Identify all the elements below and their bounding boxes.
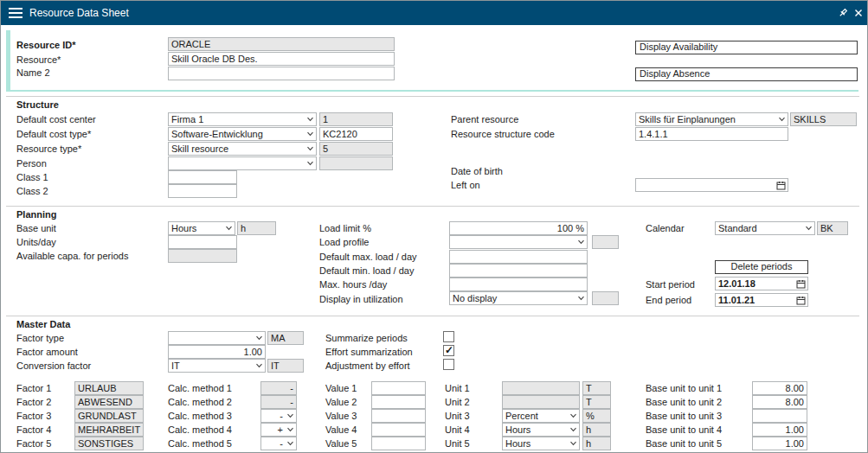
available-capa-field xyxy=(168,249,237,263)
default-cost-type-code[interactable]: KC2120 xyxy=(319,127,393,141)
unit4-code: h xyxy=(582,423,611,437)
unit1-label: Unit 1 xyxy=(445,382,470,394)
adjustment-by-effort-checkbox[interactable] xyxy=(443,359,454,370)
factor4-label: Factor 4 xyxy=(16,424,51,436)
name2-field[interactable] xyxy=(168,67,395,80)
factor2-label: Factor 2 xyxy=(16,396,51,408)
unit5-select[interactable]: Hours xyxy=(502,437,580,450)
name2-label: Name 2 xyxy=(16,67,50,79)
class2-field[interactable] xyxy=(168,184,237,198)
factor1-name-field: URLAUB xyxy=(74,381,144,395)
load-limit-field[interactable]: 100 % xyxy=(449,221,588,235)
default-cost-type-select[interactable]: Software-Entwicklung xyxy=(168,127,317,141)
start-period-value: 12.01.18 xyxy=(718,278,755,289)
base-unit4-label: Base unit to unit 4 xyxy=(646,424,722,436)
max-hours-field[interactable] xyxy=(449,278,588,291)
display-availability-button[interactable]: Display Availability xyxy=(635,41,858,54)
calendar-icon[interactable] xyxy=(796,279,806,289)
value5-field[interactable] xyxy=(371,437,426,450)
conversion-factor-label: Conversion factor xyxy=(16,360,91,372)
value2-label: Value 2 xyxy=(325,396,357,408)
pin-icon[interactable] xyxy=(838,8,848,18)
base-unit3-field[interactable] xyxy=(752,409,807,423)
base-unit5-field[interactable]: 1.00 xyxy=(752,437,807,450)
default-max-load-field[interactable] xyxy=(449,250,588,264)
chevron-down-icon xyxy=(306,161,314,166)
master-data-divider xyxy=(6,316,859,316)
person-select[interactable] xyxy=(168,156,317,170)
summarize-periods-checkbox[interactable] xyxy=(443,331,454,342)
class2-label: Class 2 xyxy=(16,185,48,197)
calendar-value: Standard xyxy=(718,223,757,233)
base-unit2-label: Base unit to unit 2 xyxy=(646,396,722,408)
unit5-code: h xyxy=(582,437,611,450)
value4-label: Value 4 xyxy=(325,424,357,436)
resource-type-select[interactable]: Skill resource xyxy=(168,142,317,156)
factor-amount-field[interactable]: 1.00 xyxy=(168,345,266,359)
delete-periods-button[interactable]: Delete periods xyxy=(715,260,808,274)
base-unit-label: Base unit xyxy=(16,222,56,234)
value4-field[interactable] xyxy=(371,423,426,437)
value1-field[interactable] xyxy=(371,381,426,395)
base-unit2-field[interactable]: 8.00 xyxy=(752,395,807,409)
person-code xyxy=(319,156,393,170)
start-period-field[interactable]: 12.01.18 xyxy=(715,277,808,290)
calendar-icon[interactable] xyxy=(796,296,806,305)
unit1-field xyxy=(502,381,580,395)
resource-type-value: Skill resource xyxy=(171,144,228,154)
factor-type-label: Factor type xyxy=(16,332,64,344)
resource-structure-code-field[interactable]: 1.4.1.1 xyxy=(635,127,788,141)
base-unit-select[interactable]: Hours xyxy=(168,221,235,235)
chevron-down-icon xyxy=(286,427,294,432)
base-unit4-field[interactable]: 1.00 xyxy=(752,423,807,437)
structure-divider xyxy=(6,96,859,97)
default-min-load-field[interactable] xyxy=(449,264,588,278)
effort-summarization-checkbox[interactable] xyxy=(443,345,454,356)
value2-field[interactable] xyxy=(371,395,426,409)
base-unit-code: h xyxy=(237,221,276,235)
calendar-label: Calendar xyxy=(646,222,685,234)
factor-amount-label: Factor amount xyxy=(16,346,78,358)
unit4-select[interactable]: Hours xyxy=(502,423,580,437)
resource-type-label: Resource type* xyxy=(16,143,81,155)
calendar-icon[interactable] xyxy=(776,181,786,190)
calc-method3-label: Calc. method 3 xyxy=(168,410,232,422)
chevron-down-icon xyxy=(255,363,263,368)
effort-summarization-label: Effort summarization xyxy=(325,346,413,358)
chevron-down-icon xyxy=(306,146,314,151)
available-capa-label: Available capa. for periods xyxy=(16,250,128,262)
calc-method3-select[interactable]: - xyxy=(260,409,297,423)
class1-field[interactable] xyxy=(168,170,237,184)
structure-section-title: Structure xyxy=(16,99,59,111)
parent-resource-select[interactable]: Skills für Einplanungen xyxy=(635,112,788,126)
display-utilization-select[interactable]: No display xyxy=(449,291,588,305)
unit3-code: % xyxy=(582,409,611,423)
planning-divider xyxy=(6,206,859,207)
calendar-select[interactable]: Standard xyxy=(715,221,815,235)
left-on-field[interactable] xyxy=(635,178,788,192)
value3-field[interactable] xyxy=(371,409,426,423)
resource-structure-code-label: Resource structure code xyxy=(451,128,555,140)
calc-method4-select[interactable]: + xyxy=(260,423,297,437)
factor-type-select[interactable] xyxy=(168,331,266,345)
conversion-factor-select[interactable]: IT xyxy=(168,359,266,373)
chevron-down-icon xyxy=(805,226,813,231)
load-profile-select[interactable] xyxy=(449,235,588,249)
calc-method5-label: Calc. method 5 xyxy=(168,437,232,450)
base-unit1-field[interactable]: 8.00 xyxy=(752,381,807,395)
adjustment-by-effort-label: Adjustment by effort xyxy=(325,360,410,372)
menu-icon[interactable] xyxy=(9,8,23,18)
chevron-down-icon xyxy=(286,441,294,446)
unit3-select[interactable]: Percent xyxy=(502,409,580,423)
end-period-field[interactable]: 11.01.21 xyxy=(715,293,808,307)
parent-resource-code: SKILLS xyxy=(790,112,857,126)
chevron-down-icon xyxy=(255,335,263,341)
default-cost-center-select[interactable]: Firma 1 xyxy=(168,112,317,126)
display-absence-button[interactable]: Display Absence xyxy=(635,67,858,81)
units-day-field[interactable] xyxy=(168,235,237,249)
close-icon[interactable] xyxy=(854,9,863,17)
resource-field[interactable]: Skill Oracle DB Des. xyxy=(168,52,395,66)
calc-method5-select[interactable]: - xyxy=(260,437,297,450)
unit4-label: Unit 4 xyxy=(445,424,470,436)
load-limit-label: Load limit % xyxy=(319,222,371,234)
